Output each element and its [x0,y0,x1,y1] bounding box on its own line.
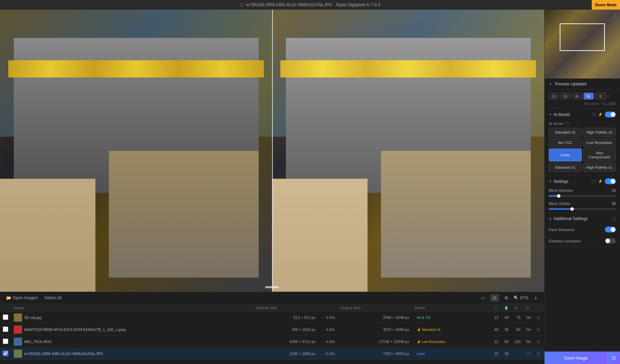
row-checkbox-cell[interactable] [0,348,11,360]
stat2-cell: 35 [501,324,512,336]
col-output-size: Output Size [338,304,412,312]
file-name: 8AAFF220-B899-4F24-82C6-0C6F5444A17B_1_1… [24,327,126,332]
file-size-display: File Size: ~11.0MB [549,102,616,106]
view-mode-grid-button[interactable]: ⊞ [502,294,511,302]
delete-cell[interactable]: 🗑 [534,336,544,348]
building-image-left [0,10,272,292]
minor-deblur-slider-thumb[interactable] [570,207,574,211]
row-checkbox[interactable] [3,314,8,320]
save-image-button[interactable]: Save Image [545,352,607,364]
additional-settings-info-icon[interactable]: ? [612,217,616,221]
settings-toggle[interactable] [605,178,616,184]
face-recovery-row: Face Recovery [545,224,620,235]
delete-icon[interactable]: 🗑 [537,327,540,332]
view-mode-single-button[interactable]: ▭ [478,294,487,302]
settings-section-header[interactable]: ▼ Settings ? ⚡ [545,176,620,187]
scale-1x-button[interactable]: 1x [549,93,559,100]
table-row[interactable]: IMG_7616.HEIC 4284 × 5712 px → 4.00x 171… [0,336,544,348]
model-lines-button[interactable]: Lines [549,148,582,162]
stat3-cell: 82 [512,324,523,336]
save-options-button[interactable]: ⊡ [607,352,620,364]
minor-denoise-label-row: Minor Denoise 15 [549,188,616,193]
delete-icon[interactable]: 🗑 [537,315,540,320]
model-cell: Art & CG [412,312,491,324]
additional-settings-header[interactable]: ▼ Additional Settings ? [545,214,620,224]
split-handle[interactable] [265,286,279,288]
ai-model-info-icon[interactable]: ? [592,113,596,117]
ai-model-toggle[interactable] [605,112,616,117]
scale-value: 4.00x [326,315,335,320]
row-name-cell: IMG_7616.HEIC [11,336,253,348]
face-recovery-toggle[interactable] [605,227,616,232]
scale-4x-button[interactable]: 4x [572,93,582,100]
output-size-cell: 3072 × 4096 px [338,324,412,336]
additional-settings-section: ▼ Additional Settings ? Face Recovery [545,214,620,247]
row-checkbox[interactable] [3,339,8,344]
row-checkbox-cell[interactable] [0,336,11,348]
ai-model-section-header[interactable]: ▼ AI Model ? ⚡ [545,109,620,120]
delete-cell[interactable]: 🗑 [534,348,544,360]
preview-updated-text: Preview Updated [555,82,586,86]
scale-2x-button[interactable]: 2x [560,93,571,100]
gamma-correction-toggle[interactable] [605,238,616,244]
view-mode-split-button[interactable]: ⊟ [490,294,499,302]
file-table-body: 3D-cat.jpg 512 × 512 px → 4.00x 2048 × 2… [0,312,544,360]
row-checkbox[interactable] [3,326,8,332]
file-name: ec78532b-2958-4381-8c18-7df46c02c53a.JPG [24,352,103,356]
settings-info-icon[interactable]: ? [592,179,596,184]
model-cell: ⚡ Low Resolution [412,336,491,348]
app-title: ec78532b-2958-4381-8c18-7df46c02c53a.JPG… [246,2,380,7]
scale-custom-input[interactable] [595,93,606,100]
open-images-button[interactable]: 📂 Open Images [4,294,40,301]
table-row[interactable]: 3D-cat.jpg 512 × 512 px → 4.00x 2048 × 2… [0,312,544,324]
ai-model-label-info-icon[interactable]: ? [565,122,569,126]
row-checkbox[interactable] [3,351,8,356]
col-icon4: ⊡ [523,304,534,312]
model-high-fidelity-v2-button[interactable]: High Fidelity v2 [583,128,616,137]
select-all-button[interactable]: Select All [42,294,63,301]
stat2-cell: 43 [501,312,512,324]
table-row[interactable]: ec78532b-2958-4381-8c18-7df46c02c53a.JPG… [0,348,544,360]
file-list-toolbar: 📂 Open Images Select All ▭ ⊟ ⊞ 🔍 67% ∧ [0,292,544,304]
row-checkbox-cell[interactable] [0,312,11,324]
table-row[interactable]: 8AAFF220-B899-4F24-82C6-0C6F5444A17B_1_1… [0,324,544,336]
on-badge: On [526,315,531,320]
minor-denoise-slider-track[interactable] [549,195,616,197]
enhanced-image [272,10,544,292]
thumbnail-menu-button[interactable]: ⋮ [612,12,618,18]
arrow-icon: → [321,327,325,332]
model-art-cg-button[interactable]: Art / CG [549,138,582,147]
delete-cell[interactable]: 🗑 [534,312,544,324]
minor-denoise-slider-thumb[interactable] [557,194,560,198]
minor-denoise-setting: Minor Denoise 15 [545,187,620,200]
ai-model-section: ▼ AI Model ? ⚡ AI Model ? Standard [545,109,620,176]
zoom-toggle-button[interactable]: ∧ [531,294,540,302]
model-very-compressed-button[interactable]: Very Compressed [583,148,616,162]
row-name-cell: 3D-cat.jpg [11,312,253,324]
building-image-right [272,10,544,292]
gamma-correction-toggle-slider [605,238,616,244]
arrow-cell: → 4.00x [318,312,338,324]
minor-denoise-value: 15 [609,188,616,193]
additional-settings-title: Additional Settings [554,216,610,221]
ai-model-actions: ? ⚡ [592,112,616,117]
folder-icon: 📂 [6,295,11,300]
face-recovery-toggle-slider [605,227,616,232]
onoff-cell: On [523,324,534,336]
settings-actions: ? ⚡ [592,178,616,184]
gold-ornament [8,60,264,77]
model-high-fidelity-v1-button[interactable]: High Fidelity v1 [583,163,616,172]
model-low-resolution-button[interactable]: Low Resolution [583,138,616,147]
delete-cell[interactable]: 🗑 [534,324,544,336]
settings-section: ▼ Settings ? ⚡ Minor Denoise 15 [545,176,620,214]
row-checkbox-cell[interactable] [0,324,11,336]
row-name-cell: 8AAFF220-B899-4F24-82C6-0C6F5444A17B_1_1… [11,324,253,336]
delete-icon[interactable]: 🗑 [537,352,540,356]
thumbnail-viewport-rect [560,23,605,51]
scale-6x-button[interactable]: 6x [583,93,594,100]
minor-deblur-slider-track[interactable] [549,208,616,210]
model-standard-v2-button[interactable]: Standard v2 [549,128,582,137]
model-standard-v1-button[interactable]: Standard v1 [549,163,582,172]
stat2-cell: 35 [501,348,512,360]
delete-icon[interactable]: 🗑 [537,340,540,344]
